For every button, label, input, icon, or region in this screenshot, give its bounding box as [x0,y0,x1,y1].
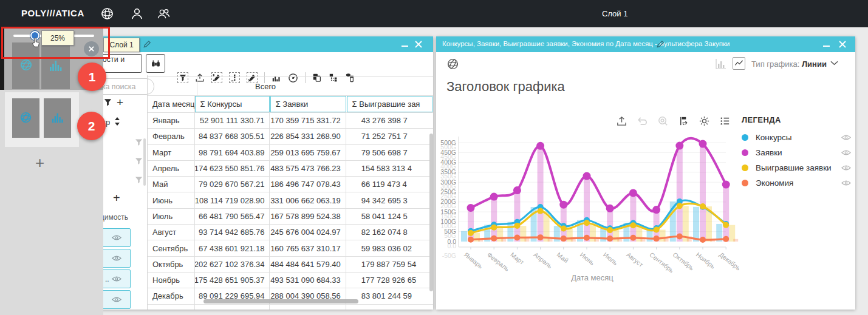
bar-chart-type-icon[interactable] [716,58,726,69]
rename-window-icon[interactable] [656,39,665,49]
panel-scrollbar[interactable] [143,138,146,186]
layer-thumbnail-chart[interactable] [41,42,70,89]
zoom-percent-tooltip: 25% [41,30,74,46]
table-cell: Апрель [148,161,195,176]
svg-text:Август: Август [625,251,644,268]
svg-text:Дата месяц: Дата месяц [571,273,613,282]
table-row[interactable]: Апрель174 623 550 851.76483 575 473 766.… [148,161,433,177]
visibility-eye-icon[interactable] [112,234,121,241]
column-header[interactable]: Σ Выигравшие зая [347,96,432,112]
minimize-window-icon[interactable] [402,46,408,47]
table-cell: 93 714 942 685.76 [195,225,270,240]
table-row[interactable]: Март98 791 694 403.89259 013 695 759.677… [148,145,433,161]
table-row[interactable]: Февраль84 837 668 305.51226 854 331 268.… [148,129,433,144]
svg-text:Октябрь: Октябрь [672,251,696,272]
column-header[interactable]: Дата месяц [148,96,195,112]
column-header[interactable]: Σ Конкурсы [195,96,270,112]
legend-list-icon[interactable] [719,115,731,127]
add-layer-button[interactable]: + [35,154,44,172]
row-filter-icon[interactable] [135,138,143,146]
svg-text:250G: 250G [440,188,456,195]
sort-arrows-icon[interactable] [114,117,120,126]
svg-text:Январь: Январь [463,251,485,270]
user-icon[interactable] [130,7,144,21]
multisphere-source-icon[interactable] [446,58,459,70]
binoculars-search-button[interactable] [146,54,165,73]
table-horizontal-scrollbar[interactable] [203,299,358,303]
svg-text:Июль: Июль [602,251,620,266]
swap-axes-icon[interactable] [678,115,689,127]
annotation-badge-2: 2 [77,112,106,140]
table-cell: 66 481 790 565.47 [195,209,270,224]
column-header[interactable]: Σ Заявки [270,96,346,112]
layer-group-2[interactable] [5,92,79,147]
table-total-row: Всего1 293 080 733 0303 497 347 200 4431… [148,305,433,310]
close-window-icon[interactable] [838,40,847,49]
table-row[interactable]: Ноябрь175 428 651 905.37493 531 090 684.… [148,273,433,288]
table-cell: Сентябрь [148,240,195,256]
layer-thumbnail-chart[interactable] [44,98,71,138]
table-row[interactable]: Октябрь202 627 102 376.34484 484 641 579… [148,257,433,273]
line-chart-canvas[interactable]: 500G450G400G350G300G250G200G150G100G50G0… [436,127,855,310]
table-row[interactable]: Июнь108 114 719 028.90331 006 662 063.19… [148,192,433,208]
add-fact-icon[interactable]: + [113,191,120,205]
panel-add-icon[interactable]: + [117,96,123,109]
zoom-reset-icon[interactable] [657,115,669,127]
table-cell: 59 983 036 02 [346,240,433,256]
table-row[interactable]: Сентябрь67 438 601 921.18160 765 637 310… [148,240,433,256]
svg-text:0.0: 0.0 [447,238,456,245]
visibility-eye-icon[interactable] [112,255,121,262]
chevron-down-icon[interactable] [830,61,838,66]
undo-icon[interactable] [637,115,648,127]
minimize-window-icon[interactable] [823,46,830,47]
table-header-row: Дата месяцΣ КонкурсыΣ ЗаявкиΣ Выигравшие… [148,96,433,113]
layer-thumbnail-sphere[interactable] [12,98,39,138]
table-body: Январь52 901 111 330.71170 359 715 331.7… [148,113,433,305]
table-cell: 71 252 751 7 [346,129,433,144]
table-cell: 245 676 004 024.97 [270,225,346,240]
table-cell: Ноябрь [148,273,195,288]
export-chart-icon[interactable] [616,115,627,127]
table-cell: Январь [148,113,195,128]
svg-text:200G: 200G [440,198,456,205]
layer-thumbnail-sphere[interactable] [12,42,39,89]
table-cell: 58 041 124 5 [346,209,433,224]
users-icon[interactable] [157,7,171,21]
table-row[interactable]: Август93 714 942 685.76245 676 004 024.9… [148,225,433,240]
chart-window-titlebar[interactable]: Конкурсы, Заявки, Выигравшие заявки, Эко… [436,36,855,52]
table-cell: 484 484 641 579.40 [270,257,346,272]
table-row[interactable]: Июль66 481 790 565.47167 578 899 524.385… [148,209,433,225]
svg-text:Апрель: Апрель [532,251,554,270]
svg-text:Ноябрь: Ноябрь [695,251,717,270]
visibility-eye-icon[interactable] [112,276,121,282]
table-cell: 177 728 926 65 [346,273,433,288]
table-cell: Июль [148,209,195,224]
rename-window-icon[interactable] [143,39,152,49]
table-vertical-scrollbar[interactable] [429,134,433,291]
table-group-header-row: Всего [148,76,433,96]
chart-window: Конкурсы, Заявки, Выигравшие заявки, Эко… [436,36,855,310]
panel-filter-icon[interactable] [103,98,112,107]
line-chart-type-icon[interactable] [733,57,745,70]
table-row[interactable]: Январь52 901 111 330.71170 359 715 331.7… [148,113,433,129]
table-cell: 160 765 637 310.17 [270,240,346,256]
table-cell: 167 578 899 524.38 [270,209,346,224]
multisphere-icon[interactable] [100,7,114,21]
chart-type-value[interactable]: Линии [802,59,827,69]
corner-cell [148,77,197,95]
row-filter-icon[interactable] [135,157,143,165]
active-layer-label: Слой 1 [602,9,627,18]
table-cell: 84 837 668 305.51 [195,129,270,144]
visibility-eye-icon[interactable] [112,296,121,303]
close-window-icon[interactable] [414,40,423,49]
close-layer-icon[interactable] [84,41,99,56]
settings-gear-icon[interactable] [699,115,710,127]
layer-name-tooltip: Слой 1 [103,38,140,52]
table-cell: 175 428 651 905.37 [195,273,270,288]
table-cell: 98 791 694 403.89 [195,145,270,160]
table-cell: 108 114 719 028.90 [195,192,270,208]
row-filter-icon[interactable] [135,176,143,184]
chart-title[interactable]: Заголовок графика [446,79,565,95]
table-row[interactable]: Май79 029 670 567.21186 496 747 078.4366… [148,177,433,192]
table-cell: 43 276 398 7 [346,113,433,128]
